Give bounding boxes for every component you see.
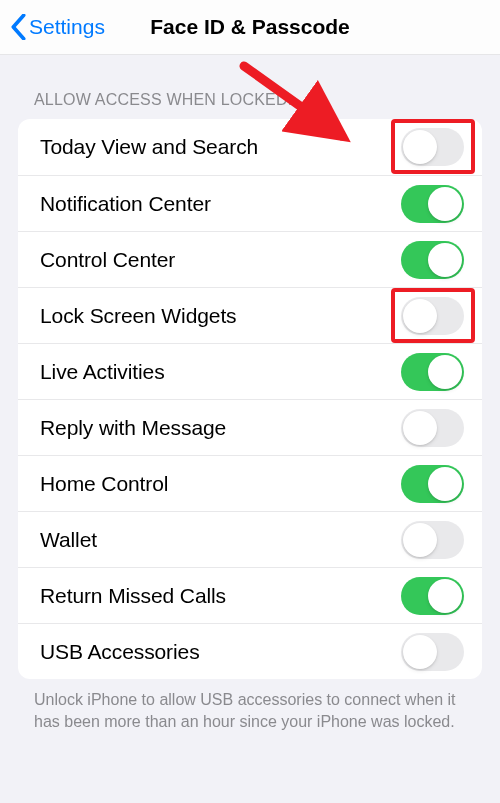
nav-bar: Settings Face ID & Passcode [0, 0, 500, 55]
toggle-switch[interactable] [401, 409, 464, 447]
toggle-switch[interactable] [401, 633, 464, 671]
row-label: Home Control [40, 472, 168, 496]
section-footer: Unlock iPhone to allow USB accessories t… [0, 679, 500, 732]
section-header: ALLOW ACCESS WHEN LOCKED: [0, 55, 500, 119]
settings-row: Today View and Search [18, 119, 482, 175]
back-label: Settings [29, 15, 105, 39]
switch-knob [428, 467, 462, 501]
row-label: Lock Screen Widgets [40, 304, 237, 328]
toggle-switch[interactable] [401, 297, 464, 335]
settings-row: Wallet [18, 511, 482, 567]
chevron-left-icon [10, 14, 27, 40]
switch-knob [403, 299, 437, 333]
switch-knob [428, 355, 462, 389]
toggle-switch[interactable] [401, 521, 464, 559]
switch-knob [428, 187, 462, 221]
switch-knob [403, 635, 437, 669]
settings-row: Home Control [18, 455, 482, 511]
row-label: Control Center [40, 248, 175, 272]
settings-list: Today View and SearchNotification Center… [18, 119, 482, 679]
settings-row: Live Activities [18, 343, 482, 399]
switch-knob [403, 130, 437, 164]
toggle-switch[interactable] [401, 577, 464, 615]
row-label: Live Activities [40, 360, 165, 384]
row-label: Reply with Message [40, 416, 226, 440]
switch-knob [403, 411, 437, 445]
switch-knob [428, 243, 462, 277]
settings-row: Return Missed Calls [18, 567, 482, 623]
row-label: Return Missed Calls [40, 584, 226, 608]
settings-row: Reply with Message [18, 399, 482, 455]
switch-knob [403, 523, 437, 557]
settings-row: USB Accessories [18, 623, 482, 679]
toggle-switch[interactable] [401, 465, 464, 503]
switch-knob [428, 579, 462, 613]
settings-row: Lock Screen Widgets [18, 287, 482, 343]
row-label: USB Accessories [40, 640, 200, 664]
toggle-switch[interactable] [401, 241, 464, 279]
settings-row: Control Center [18, 231, 482, 287]
row-label: Today View and Search [40, 135, 258, 159]
page-title: Face ID & Passcode [150, 15, 350, 39]
settings-row: Notification Center [18, 175, 482, 231]
toggle-switch[interactable] [401, 353, 464, 391]
toggle-switch[interactable] [401, 128, 464, 166]
row-label: Notification Center [40, 192, 211, 216]
row-label: Wallet [40, 528, 97, 552]
back-button[interactable]: Settings [0, 14, 105, 40]
toggle-switch[interactable] [401, 185, 464, 223]
